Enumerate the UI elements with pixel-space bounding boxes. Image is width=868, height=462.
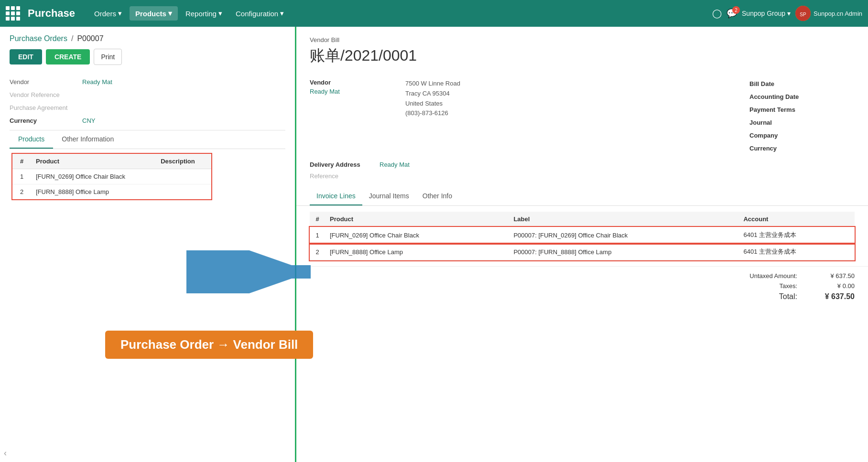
currency-value[interactable]: CNY xyxy=(82,117,95,124)
breadcrumb-separator: / xyxy=(71,34,73,43)
untaxed-value: ¥ 637.50 xyxy=(816,272,855,279)
user-menu[interactable]: SP Sunpop.cn Admin xyxy=(795,6,862,21)
vendor-label: Vendor xyxy=(10,78,76,86)
vendor-address-line2: Tracy CA 95304 xyxy=(405,89,749,99)
chevron-down-icon: ▾ xyxy=(168,9,172,18)
invoice-row1-label: P00007: [FURN_0269] Office Chair Black xyxy=(509,227,738,244)
chevron-down-icon: ▾ xyxy=(280,9,284,18)
row2-product[interactable]: [FURN_8888] Office Lamp xyxy=(31,184,156,200)
col-product: Product xyxy=(31,153,156,169)
products-table-wrap: # Product Description 1 [FURN_0269] Offi… xyxy=(10,149,285,204)
toolbar: EDIT CREATE Print xyxy=(0,47,295,71)
annotation-banner: Purchase Order → Vendor Bill xyxy=(105,331,313,359)
notification-badge: 2 xyxy=(732,6,740,14)
arrow-svg xyxy=(186,250,330,293)
vendor-right-labels: Bill Date Accounting Date Payment Terms … xyxy=(749,79,855,153)
taxes-label: Taxes: xyxy=(730,282,797,290)
topnav-right: ◯ 💬 2 Sunpop Group ▾ SP Sunpop.cn Admin xyxy=(712,6,862,21)
purchase-agreement-label: Purchase Agreement xyxy=(10,104,67,111)
invoice-row1-product[interactable]: [FURN_0269] Office Chair Black xyxy=(325,227,509,244)
svg-text:SP: SP xyxy=(800,12,806,17)
products-table: # Product Description 1 [FURN_0269] Offi… xyxy=(11,153,212,200)
invoice-row2-product[interactable]: [FURN_8888] Office Lamp xyxy=(325,244,509,260)
col-num: # xyxy=(12,153,31,169)
col-description: Description xyxy=(156,153,212,169)
clock-icon-button[interactable]: ◯ xyxy=(712,8,722,19)
payment-terms-label: Payment Terms xyxy=(749,105,855,115)
row1-description xyxy=(156,169,212,184)
topnav-menu: Orders ▾ Products ▾ Reporting ▾ Configur… xyxy=(88,6,708,21)
arrow-annotation xyxy=(186,250,330,295)
breadcrumb-parent[interactable]: Purchase Orders xyxy=(10,34,67,43)
untaxed-label: Untaxed Amount: xyxy=(730,272,797,279)
invoice-table-wrap: # Product Label Account 1 [FURN_0269] Of… xyxy=(296,206,868,266)
invoice-table-row: 1 [FURN_0269] Office Chair Black P00007:… xyxy=(310,227,855,244)
invoice-row2-account: 6401 主营业务成本 xyxy=(738,244,855,260)
vendor-info-name[interactable]: Ready Mat xyxy=(310,88,405,95)
tabs-header: Products Other Information xyxy=(10,130,285,149)
vendor-info-label: Vendor xyxy=(310,79,405,88)
tab-invoice-lines[interactable]: Invoice Lines xyxy=(310,187,362,205)
chevron-down-icon: ▾ xyxy=(118,9,122,18)
app-brand: Purchase xyxy=(28,7,75,20)
invoice-col-label: Label xyxy=(509,212,738,227)
row2-num: 2 xyxy=(12,184,31,200)
total-value: ¥ 637.50 xyxy=(816,292,855,301)
journal-label: Journal xyxy=(749,118,855,128)
print-button[interactable]: Print xyxy=(94,49,122,65)
main-container: Purchase Orders / P00007 EDIT CREATE Pri… xyxy=(0,27,868,462)
purchase-agreement-row: Purchase Agreement xyxy=(10,104,285,111)
delivery-address-value[interactable]: Ready Mat xyxy=(380,161,410,168)
tab-other-information[interactable]: Other Information xyxy=(53,130,122,149)
tab-other-info[interactable]: Other Info xyxy=(416,187,459,205)
vendor-address-line1: 7500 W Linne Road xyxy=(405,79,749,89)
total-label: Total: xyxy=(730,292,797,301)
apps-grid-icon[interactable] xyxy=(6,6,20,21)
grand-total-row: Total: ¥ 637.50 xyxy=(730,292,855,301)
vendor-row: Vendor Ready Mat xyxy=(10,78,285,86)
products-tabs: Products Other Information # Product Des… xyxy=(10,130,285,204)
untaxed-amount-row: Untaxed Amount: ¥ 637.50 xyxy=(730,272,855,279)
currency-right-label: Currency xyxy=(749,143,855,153)
accounting-date-label: Accounting Date xyxy=(749,92,855,102)
create-button[interactable]: CREATE xyxy=(46,49,90,64)
vendor-bill-title: 账单/2021/0001 xyxy=(310,45,855,66)
invoice-col-num: # xyxy=(310,212,325,227)
scroll-left-arrow[interactable]: ‹ xyxy=(0,444,295,462)
top-navigation: Purchase Orders ▾ Products ▾ Reporting ▾… xyxy=(0,0,868,27)
invoice-table-row: 2 [FURN_8888] Office Lamp P00007: [FURN_… xyxy=(310,244,855,260)
delivery-address-row: Delivery Address Ready Mat xyxy=(296,161,868,172)
chevron-down-icon: ▾ xyxy=(218,9,222,18)
vendor-ref-label: Vendor Reference xyxy=(10,91,60,98)
invoice-row1-num: 1 xyxy=(310,227,325,244)
invoice-tabs-header: Invoice Lines Journal Items Other Info xyxy=(296,187,868,206)
delivery-address-label: Delivery Address xyxy=(310,161,372,168)
row2-description xyxy=(156,184,212,200)
invoice-row1-account: 6401 主营业务成本 xyxy=(738,227,855,244)
purchase-order-panel: Purchase Orders / P00007 EDIT CREATE Pri… xyxy=(0,27,296,462)
vendor-address-line3: United States xyxy=(405,99,749,109)
totals-section: Untaxed Amount: ¥ 637.50 Taxes: ¥ 0.00 T… xyxy=(296,266,868,307)
vendor-info-left: Vendor Ready Mat xyxy=(310,79,405,153)
vendor-ref-row: Vendor Reference xyxy=(10,91,285,98)
breadcrumb-current: P00007 xyxy=(77,34,103,43)
company-selector[interactable]: Sunpop Group ▾ xyxy=(742,10,791,17)
company-label: Company xyxy=(749,130,855,140)
edit-button[interactable]: EDIT xyxy=(10,49,42,64)
row1-product[interactable]: [FURN_0269] Office Chair Black xyxy=(31,169,156,184)
vendor-bill-label: Vendor Bill xyxy=(310,36,855,43)
reference-placeholder[interactable]: Reference xyxy=(310,172,338,180)
vendor-value[interactable]: Ready Mat xyxy=(82,78,112,86)
menu-reporting[interactable]: Reporting ▾ xyxy=(180,6,228,21)
bill-date-label: Bill Date xyxy=(749,79,855,89)
menu-orders[interactable]: Orders ▾ xyxy=(88,6,128,21)
menu-configuration[interactable]: Configuration ▾ xyxy=(230,6,290,21)
avatar: SP xyxy=(795,6,811,21)
table-row: 2 [FURN_8888] Office Lamp xyxy=(12,184,212,200)
vendor-info-address: 7500 W Linne Road Tracy CA 95304 United … xyxy=(405,79,749,153)
invoice-table: # Product Label Account 1 [FURN_0269] Of… xyxy=(310,212,855,260)
menu-products[interactable]: Products ▾ xyxy=(130,6,178,21)
chat-icon-button[interactable]: 💬 2 xyxy=(727,8,737,19)
tab-journal-items[interactable]: Journal Items xyxy=(362,187,416,205)
tab-products[interactable]: Products xyxy=(10,130,53,149)
